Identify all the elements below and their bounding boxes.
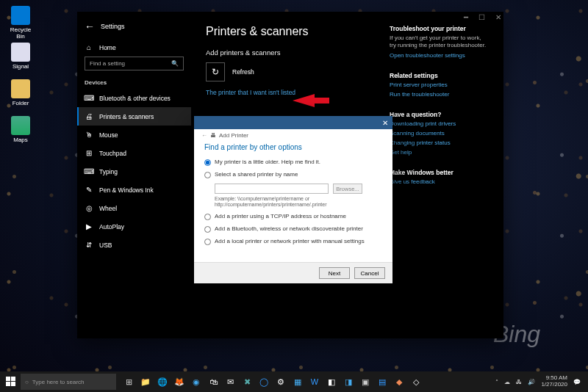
q-drivers-link[interactable]: Downloading print drivers [390, 120, 489, 127]
search-icon: 🔍 [171, 60, 179, 67]
bluetooth-icon: ⌨ [85, 94, 93, 102]
taskbar-explorer[interactable]: 📁 [137, 374, 154, 390]
sidebar-item-typing[interactable]: ⌨Typing [77, 162, 191, 181]
print-server-link[interactable]: Print server properties [390, 81, 489, 88]
tray-volume-icon[interactable]: 🔊 [528, 379, 535, 385]
taskbar-store[interactable]: 🛍 [205, 374, 221, 390]
opt-older[interactable]: My printer is a little older. Help me fi… [204, 159, 382, 166]
opt-tcpip[interactable]: Add a printer using a TCP/IP address or … [204, 213, 382, 220]
taskbar-clock[interactable]: 9:50 AM 1/27/2020 [541, 375, 567, 388]
chevron-left-icon[interactable]: ← [201, 132, 207, 139]
sidebar-item-pen[interactable]: ✎Pen & Windows Ink [77, 181, 191, 199]
sidebar-section: Devices [77, 76, 191, 89]
window-controls: ━ ☐ ✕ [464, 13, 501, 21]
taskbar-app6[interactable]: ◆ [391, 374, 407, 390]
opt-shared[interactable]: Select a shared printer by name [204, 171, 382, 178]
settings-search[interactable]: Find a setting 🔍 [85, 57, 184, 70]
wheel-icon: ◎ [85, 204, 93, 212]
typing-icon: ⌨ [85, 167, 93, 175]
refresh-button[interactable]: ↻ Refresh [206, 62, 368, 81]
notifications-icon[interactable]: 💬 [573, 379, 581, 385]
settings-right-column: Troubleshoot your printer If you can't g… [390, 25, 489, 325]
tray-network-icon[interactable]: 🖧 [516, 379, 522, 385]
better-heading: Make Windows better [390, 169, 489, 176]
svg-rect-1 [11, 377, 15, 381]
taskbar-word[interactable]: W [306, 374, 323, 390]
home-icon: ⌂ [85, 43, 93, 51]
usb-icon: ⇵ [85, 241, 93, 249]
q-scanning-link[interactable]: Scanning documents [390, 130, 489, 137]
task-view-button[interactable]: ⊞ [121, 374, 137, 390]
taskbar-app4[interactable]: ▣ [357, 374, 373, 390]
windows-icon [6, 377, 16, 387]
wizard-breadcrumb: ← 🖶 Add Printer [194, 129, 392, 140]
q-status-link[interactable]: Changing printer status [390, 139, 489, 146]
sidebar-item-touchpad[interactable]: ⊞Touchpad [77, 144, 191, 162]
nav-home[interactable]: ⌂ Home [77, 38, 191, 57]
wizard-titlebar: ✕ [194, 116, 392, 129]
annotation-arrow [293, 94, 315, 107]
sidebar-item-printers[interactable]: 🖨Printers & scanners [77, 107, 191, 126]
tray-chevron-icon[interactable]: ˄ [495, 379, 498, 385]
back-icon[interactable]: ← [85, 21, 95, 32]
taskbar-edge[interactable]: 🌐 [154, 374, 171, 390]
taskbar-app3[interactable]: ◨ [340, 374, 356, 390]
wizard-heading: Find a printer by other options [204, 143, 382, 151]
taskbar-firefox[interactable]: 🦊 [171, 374, 187, 390]
cancel-button[interactable]: Cancel [354, 267, 385, 279]
sidebar-item-bluetooth[interactable]: ⌨Bluetooth & other devices [77, 89, 191, 107]
section-title: Add printers & scanners [206, 48, 368, 57]
close-button[interactable]: ✕ [495, 13, 501, 21]
maximize-button[interactable]: ☐ [478, 13, 485, 21]
mouse-icon: 🖱 [85, 131, 93, 139]
sidebar-item-autoplay[interactable]: ▶AutoPlay [77, 217, 191, 236]
sidebar-item-wheel[interactable]: ◎Wheel [77, 199, 191, 217]
taskbar-xbox[interactable]: ✖ [239, 374, 255, 390]
refresh-label: Refresh [232, 68, 254, 76]
svg-rect-0 [6, 377, 10, 381]
troubleshoot-link[interactable]: Open troubleshooter settings [390, 52, 489, 59]
settings-sidebar: ← Settings ⌂ Home Find a setting 🔍 Devic… [77, 12, 191, 338]
start-button[interactable] [3, 374, 19, 390]
browse-button[interactable]: Browse... [333, 184, 362, 194]
troubleshoot-text: If you can't get your printer to work, t… [390, 35, 489, 50]
taskbar-settings[interactable]: ⚙ [273, 374, 289, 390]
tray-onedrive-icon[interactable]: ☁ [504, 379, 510, 385]
q-help-link[interactable]: Get help [390, 149, 489, 156]
page-title: Printers & scanners [206, 25, 368, 38]
taskbar-mail[interactable]: ✉ [222, 374, 238, 390]
wizard-close-button[interactable]: ✕ [382, 119, 388, 127]
minimize-button[interactable]: ━ [464, 13, 468, 21]
taskbar-chrome[interactable]: ◉ [188, 374, 204, 390]
taskbar-search[interactable]: ○ Type here to search [21, 374, 116, 390]
taskbar-app5[interactable]: ▤ [374, 374, 390, 390]
opt-bluetooth[interactable]: Add a Bluetooth, wireless or network dis… [204, 225, 382, 233]
desktop-icon-folder[interactable]: Folder [6, 79, 35, 106]
desktop-icon-signal[interactable]: Signal [6, 43, 35, 70]
printer-not-listed-link[interactable]: The printer that I want isn't listed [206, 89, 368, 96]
touchpad-icon: ⊞ [85, 149, 93, 157]
feedback-link[interactable]: Give us feedback [390, 178, 489, 185]
search-icon: ○ [25, 379, 29, 385]
add-printer-wizard: ✕ ← 🖶 Add Printer Find a printer by othe… [194, 116, 392, 283]
autoplay-icon: ▶ [85, 222, 93, 231]
question-heading: Have a question? [390, 111, 489, 118]
opt-local[interactable]: Add a local printer or network printer w… [204, 238, 382, 245]
sidebar-item-usb[interactable]: ⇵USB [77, 236, 191, 254]
shared-example-text: Example: \\computername\printername or h… [215, 196, 382, 208]
printer-tiny-icon: 🖶 [210, 132, 216, 139]
troubleshoot-heading: Troubleshoot your printer [390, 25, 489, 32]
desktop-icon-recycle[interactable]: Recycle Bin [6, 6, 35, 40]
taskbar: ○ Type here to search ⊞ 📁 🌐 🦊 ◉ 🛍 ✉ ✖ ◯ … [0, 371, 588, 392]
next-button[interactable]: Next [319, 267, 350, 279]
system-tray: ˄ ☁ 🖧 🔊 9:50 AM 1/27/2020 💬 [495, 375, 585, 388]
run-troubleshooter-link[interactable]: Run the troubleshooter [390, 91, 489, 98]
desktop-icon-maps[interactable]: Maps [6, 116, 35, 143]
taskbar-app2[interactable]: ◧ [323, 374, 340, 390]
shared-printer-input[interactable] [215, 184, 329, 194]
taskbar-app1[interactable]: ▦ [290, 374, 306, 390]
taskbar-app7[interactable]: ◇ [408, 374, 424, 390]
settings-title: Settings [101, 23, 125, 30]
sidebar-item-mouse[interactable]: 🖱Mouse [77, 126, 191, 144]
taskbar-cortana[interactable]: ◯ [256, 374, 272, 390]
